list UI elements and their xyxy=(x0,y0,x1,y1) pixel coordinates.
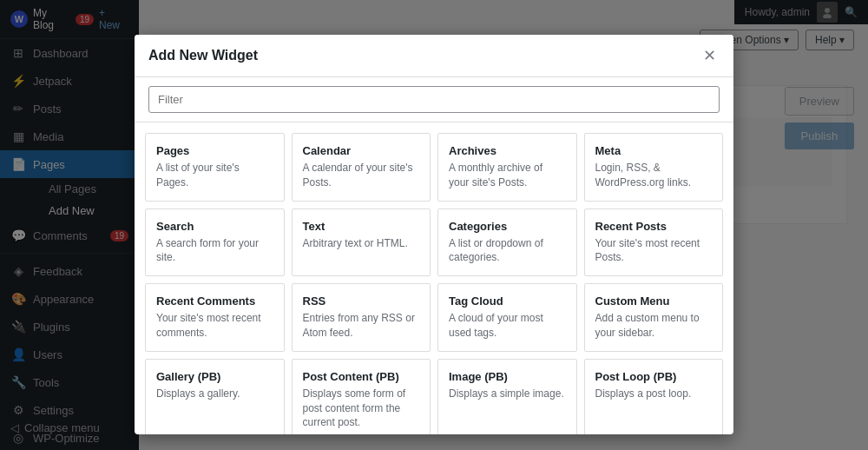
widget-desc: Login, RSS, & WordPress.org links. xyxy=(595,161,713,190)
widget-name: Text xyxy=(303,220,420,233)
widget-item[interactable]: Recent CommentsYour site's most recent c… xyxy=(145,283,285,352)
main-content: Howdy, admin 🔍 Screen Options ▾ Help ▾ A… xyxy=(139,0,868,450)
widget-name: Pages xyxy=(156,144,273,157)
widget-desc: A list of your site's Pages. xyxy=(156,161,273,190)
widget-item[interactable]: Image (PB)Displays a simple image. xyxy=(437,359,577,434)
widget-name: Search xyxy=(156,220,273,233)
widget-item[interactable]: Recent PostsYour site's most recent Post… xyxy=(584,208,724,277)
widget-item[interactable]: TextArbitrary text or HTML. xyxy=(292,208,431,277)
widget-item[interactable]: ArchivesA monthly archive of your site's… xyxy=(437,133,577,202)
widget-name: RSS xyxy=(303,294,420,308)
widget-name: Tag Cloud xyxy=(449,294,566,308)
widget-item[interactable]: Tag CloudA cloud of your most used tags. xyxy=(437,283,577,352)
widget-list: PagesA list of your site's Pages.Calenda… xyxy=(139,122,733,434)
widget-name: Recent Posts xyxy=(595,220,713,233)
widget-desc: Displays a simple image. xyxy=(449,387,566,401)
widget-item[interactable]: Gallery (PB)Displays a gallery. xyxy=(145,359,285,434)
widget-desc: Arbitrary text or HTML. xyxy=(303,236,420,251)
widget-desc: A monthly archive of your site's Posts. xyxy=(449,161,566,190)
widget-name: Custom Menu xyxy=(595,294,713,308)
widget-item[interactable]: MetaLogin, RSS, & WordPress.org links. xyxy=(584,133,724,202)
widget-desc: A list or dropdown of categories. xyxy=(449,236,566,266)
widget-desc: Your site's most recent Posts. xyxy=(595,236,713,266)
widget-name: Calendar xyxy=(303,144,420,157)
widget-desc: Your site's most recent comments. xyxy=(156,311,273,341)
widget-item[interactable]: CategoriesA list or dropdown of categori… xyxy=(437,208,577,277)
widget-item[interactable]: Custom MenuAdd a custom menu to your sid… xyxy=(584,283,724,352)
widget-name: Recent Comments xyxy=(156,294,273,308)
widget-name: Image (PB) xyxy=(449,370,566,383)
widget-item[interactable]: Post Loop (PB)Displays a post loop. xyxy=(584,359,724,434)
widget-desc: Displays a gallery. xyxy=(156,387,273,401)
widget-name: Post Loop (PB) xyxy=(595,370,713,383)
widget-name: Post Content (PB) xyxy=(303,370,420,383)
widget-desc: Displays some form of post content form … xyxy=(303,387,420,430)
modal-filter-area xyxy=(139,77,733,122)
widget-name: Gallery (PB) xyxy=(156,370,273,383)
widget-item[interactable]: Post Content (PB)Displays some form of p… xyxy=(292,359,431,434)
widget-desc: A calendar of your site's Posts. xyxy=(303,161,420,190)
add-new-widget-modal: Add New Widget ✕ PagesA list of your sit… xyxy=(139,35,733,434)
widget-item[interactable]: CalendarA calendar of your site's Posts. xyxy=(292,133,431,202)
widget-grid: PagesA list of your site's Pages.Calenda… xyxy=(139,122,733,434)
widget-item[interactable]: SearchA search form for your site. xyxy=(145,208,285,277)
widget-name: Meta xyxy=(595,144,713,157)
modal-title: Add New Widget xyxy=(148,48,258,63)
widget-desc: Entries from any RSS or Atom feed. xyxy=(303,311,420,341)
filter-input[interactable] xyxy=(148,86,720,113)
widget-desc: A search form for your site. xyxy=(156,236,273,266)
widget-name: Categories xyxy=(449,220,566,233)
modal-close-button[interactable]: ✕ xyxy=(699,45,720,66)
widget-desc: Add a custom menu to your sidebar. xyxy=(595,311,713,341)
widget-desc: Displays a post loop. xyxy=(595,387,713,401)
widget-item[interactable]: RSSEntries from any RSS or Atom feed. xyxy=(292,283,431,352)
widget-desc: A cloud of your most used tags. xyxy=(449,311,566,341)
modal-header: Add New Widget ✕ xyxy=(139,35,733,77)
widget-name: Archives xyxy=(449,144,566,157)
modal-overlay: Add New Widget ✕ PagesA list of your sit… xyxy=(139,0,868,450)
widget-item[interactable]: PagesA list of your site's Pages. xyxy=(145,133,285,202)
